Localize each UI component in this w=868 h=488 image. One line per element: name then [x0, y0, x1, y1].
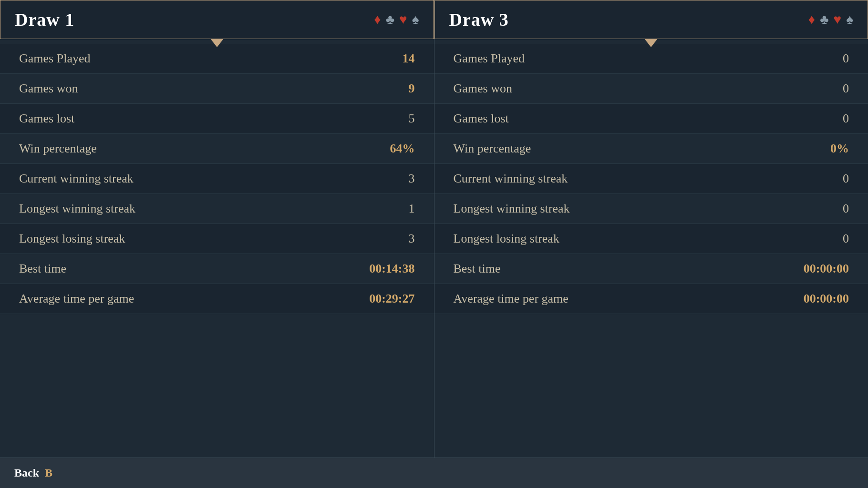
stat-value: 0	[843, 112, 849, 126]
stat-value: 1	[409, 202, 415, 216]
heart-icon: ♥	[399, 12, 407, 27]
stat-row: Current winning streak 3	[0, 164, 434, 194]
diamond-icon: ♦	[808, 12, 815, 27]
stat-value: 00:14:38	[369, 262, 414, 276]
draw3-stats: Games Played 0 Games won 0 Games lost 0 …	[434, 39, 868, 458]
stat-label: Best time	[19, 262, 66, 276]
stat-row: Win percentage 0%	[434, 134, 868, 164]
bottom-bar: Back B	[0, 458, 868, 488]
stat-value: 3	[409, 172, 415, 186]
stat-row: Average time per game 00:00:00	[434, 284, 868, 314]
heart-icon: ♥	[834, 12, 842, 27]
diamond-icon: ♦	[374, 12, 381, 27]
stat-value: 00:00:00	[804, 292, 849, 306]
stat-row: Games won 0	[434, 74, 868, 104]
stat-label: Current winning streak	[19, 172, 134, 186]
draw3-title: Draw 3	[449, 9, 509, 30]
main-content: Draw 1 ♦ ♣ ♥ ♠ Games Played 14 Games won…	[0, 0, 868, 458]
spade-icon: ♠	[412, 12, 419, 27]
stat-value: 0	[843, 51, 849, 66]
stat-label: Longest losing streak	[19, 232, 125, 246]
draw1-header: Draw 1 ♦ ♣ ♥ ♠	[0, 0, 434, 39]
stat-label: Games lost	[19, 112, 74, 126]
club-icon: ♣	[820, 12, 828, 27]
stat-row: Best time 00:00:00	[434, 254, 868, 284]
stat-label: Longest winning streak	[454, 202, 570, 216]
draw1-title: Draw 1	[15, 9, 74, 30]
stat-row: Longest winning streak 1	[0, 194, 434, 224]
stat-label: Games won	[19, 81, 78, 96]
stat-row: Average time per game 00:29:27	[0, 284, 434, 314]
stat-label: Games Played	[19, 51, 90, 66]
draw3-header: Draw 3 ♦ ♣ ♥ ♠	[434, 0, 868, 39]
stat-row: Current winning streak 0	[434, 164, 868, 194]
draw1-stats: Games Played 14 Games won 9 Games lost 5…	[0, 39, 434, 458]
back-label[interactable]: Back	[14, 467, 39, 479]
stat-row: Longest losing streak 0	[434, 224, 868, 254]
stat-value: 0	[843, 232, 849, 246]
stat-value: 3	[409, 232, 415, 246]
stat-label: Current winning streak	[454, 172, 568, 186]
draw3-suit-icons: ♦ ♣ ♥ ♠	[808, 12, 853, 27]
stat-label: Longest losing streak	[454, 232, 559, 246]
stat-row: Games won 9	[0, 74, 434, 104]
club-icon: ♣	[386, 12, 394, 27]
stat-value: 00:29:27	[369, 292, 414, 306]
draw3-panel: Draw 3 ♦ ♣ ♥ ♠ Games Played 0 Games won …	[434, 0, 868, 458]
stat-label: Win percentage	[19, 142, 97, 156]
stat-row: Win percentage 64%	[0, 134, 434, 164]
stat-value: 5	[409, 112, 415, 126]
stat-value: 0%	[830, 142, 849, 156]
stat-row: Games lost 5	[0, 104, 434, 134]
stat-label: Win percentage	[454, 142, 531, 156]
stat-label: Longest winning streak	[19, 202, 135, 216]
stat-value: 9	[409, 81, 415, 96]
stat-value: 0	[843, 172, 849, 186]
stat-label: Games Played	[454, 51, 525, 66]
stat-value: 00:00:00	[804, 262, 849, 276]
stat-value: 64%	[390, 142, 415, 156]
draw1-suit-icons: ♦ ♣ ♥ ♠	[374, 12, 419, 27]
stat-label: Games won	[454, 81, 512, 96]
stat-label: Games lost	[454, 112, 509, 126]
stat-row: Games Played 0	[434, 44, 868, 74]
stat-value: 0	[843, 81, 849, 96]
stat-value: 14	[403, 51, 415, 66]
stat-row: Games lost 0	[434, 104, 868, 134]
stat-label: Best time	[454, 262, 501, 276]
stat-row: Longest winning streak 0	[434, 194, 868, 224]
stat-row: Longest losing streak 3	[0, 224, 434, 254]
draw1-panel: Draw 1 ♦ ♣ ♥ ♠ Games Played 14 Games won…	[0, 0, 434, 458]
stat-value: 0	[843, 202, 849, 216]
stat-row: Games Played 14	[0, 44, 434, 74]
stat-label: Average time per game	[19, 292, 134, 306]
stat-label: Average time per game	[454, 292, 568, 306]
back-key: B	[45, 467, 52, 479]
spade-icon: ♠	[846, 12, 853, 27]
stat-row: Best time 00:14:38	[0, 254, 434, 284]
